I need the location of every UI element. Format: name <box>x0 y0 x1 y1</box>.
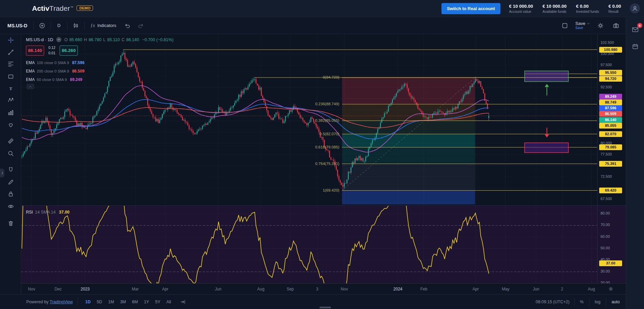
redo-button[interactable] <box>136 21 146 31</box>
log-scale-button[interactable]: log <box>594 298 601 306</box>
avatar[interactable] <box>630 3 640 13</box>
layout-square-icon <box>561 22 568 29</box>
gear-icon <box>597 22 604 29</box>
forecast-tool[interactable] <box>5 107 17 118</box>
range-button-3m[interactable]: 3M <box>117 298 128 306</box>
rsi-canvas[interactable] <box>21 206 597 284</box>
save-menu[interactable]: Save Save <box>575 21 590 30</box>
add-symbol-button[interactable] <box>37 21 47 31</box>
tradingview-link[interactable]: TradingView <box>50 300 73 304</box>
ohlc-value: 86.780 <box>89 37 101 42</box>
time-label: Jun <box>215 287 221 291</box>
zoom-tool[interactable] <box>5 148 17 159</box>
lock-tool[interactable] <box>5 188 17 200</box>
magnet-tool[interactable] <box>5 164 17 175</box>
text-icon: T <box>7 85 14 92</box>
trash-tool[interactable] <box>5 218 17 229</box>
time-label: Feb <box>420 287 427 291</box>
rsi-name: RSI <box>26 210 33 215</box>
percent-scale-button[interactable]: % <box>579 298 584 306</box>
undo-button[interactable] <box>122 21 132 31</box>
bottom-bar: Powered by TradingView 1D5D1M3M6M1Y5YAll… <box>0 294 626 309</box>
time-label: Nov <box>341 287 348 291</box>
indicator-value: 87.596 <box>72 60 85 65</box>
crosshair-tool[interactable] <box>5 34 17 46</box>
range-button-1d[interactable]: 1D <box>83 298 93 306</box>
price-axis[interactable]: 102.500100.00097.50092.50080.00077.50072… <box>597 34 626 283</box>
collapse-legend-button[interactable] <box>27 84 34 89</box>
range-button-5d[interactable]: 5D <box>94 298 105 306</box>
shapes-tool[interactable] <box>5 71 17 82</box>
fib-retracement-tool[interactable] <box>5 58 17 70</box>
symbol-button[interactable]: MS.US-D <box>5 21 30 30</box>
range-button-5y[interactable]: 5Y <box>152 298 163 306</box>
indicators-button[interactable]: ƒx Indicators <box>88 21 119 30</box>
price-tick: 77.500 <box>597 152 624 156</box>
text-tool[interactable]: T <box>5 83 17 94</box>
interval-button[interactable]: D <box>54 21 63 30</box>
header-right: Switch to Real account € 10 000.00Accoun… <box>441 3 644 14</box>
svg-text:0.382(85.055): 0.382(85.055) <box>315 118 339 122</box>
notifications-button[interactable]: 6 <box>630 24 641 35</box>
panel-expander[interactable] <box>0 169 4 177</box>
range-button-6m[interactable]: 6M <box>129 298 141 306</box>
screenshot-button[interactable] <box>611 21 621 31</box>
indicator-name: EMA <box>26 60 35 65</box>
legend-title[interactable]: MS.US-d · 1D <box>26 37 53 42</box>
separator <box>84 22 85 30</box>
price-badge: 69.420 <box>599 188 622 193</box>
price-badge: 87.596 <box>599 105 622 111</box>
clock[interactable]: 08:09:15 (UTC+2) <box>535 300 569 304</box>
rsi-tick: 30.00 <box>597 269 624 273</box>
switch-to-real-button[interactable]: Switch to Real account <box>441 3 500 14</box>
buy-button[interactable]: 86.260 <box>60 46 78 56</box>
draw-tool[interactable] <box>5 176 17 188</box>
go-to-date-button[interactable] <box>179 298 187 306</box>
indicator-value: 86.509 <box>72 69 85 74</box>
range-button-all[interactable]: All <box>164 298 174 306</box>
indicator-value: 89.249 <box>70 77 83 82</box>
range-button-1y[interactable]: 1Y <box>141 298 152 306</box>
settings-button[interactable] <box>595 21 606 31</box>
time-axis[interactable]: NovDec2023MarAprJunAugSep3Nov2024FebAprM… <box>21 283 626 294</box>
rsi-tick: 70.00 <box>597 223 624 227</box>
price-badge: 88.749 <box>599 100 622 105</box>
symbol-legend: MS.US-d · 1D − O85.660H86.780L85.110C86.… <box>26 37 174 42</box>
indicators-label: Indicators <box>97 23 116 28</box>
go-to-end-icon <box>180 299 186 305</box>
svg-text:0.5(82.070): 0.5(82.070) <box>319 132 339 136</box>
indicator-row[interactable]: EMA200 close 0 SMA 986.509 <box>26 67 85 75</box>
ohlc-key: H <box>84 37 87 42</box>
axis-settings-gear-icon[interactable] <box>608 286 613 291</box>
indicator-row[interactable]: EMA50 close 0 SMA 989.249 <box>26 75 85 84</box>
hide-series-icon[interactable]: − <box>56 37 61 42</box>
horizontal-scrollbar[interactable] <box>319 307 331 308</box>
layout-button[interactable] <box>560 21 570 31</box>
calendar-button[interactable] <box>630 41 641 52</box>
account-stat: € 0.00Invested funds <box>576 4 599 13</box>
auto-scale-button[interactable]: auto <box>611 298 620 306</box>
price-badge: 79.085 <box>599 144 622 150</box>
separator <box>67 22 67 30</box>
price-chart-canvas[interactable]: 0(94.720)0.236(88.749)0.382(85.055)0.5(8… <box>21 34 597 205</box>
indicator-row[interactable]: EMA100 close 0 SMA 987.596 <box>26 58 85 67</box>
sell-button[interactable]: 86.140 <box>26 46 44 56</box>
unread-badge: 6 <box>637 23 642 28</box>
save-link[interactable]: Save <box>575 26 583 30</box>
eye-tool[interactable] <box>5 201 17 212</box>
chart-type-button[interactable] <box>71 21 81 31</box>
stat-label: Account value <box>509 9 533 13</box>
zoom-icon <box>7 150 14 157</box>
trend-line-tool[interactable] <box>5 47 17 58</box>
powered-text: Powered by <box>26 300 49 304</box>
price-badge: 86.509 <box>599 111 622 117</box>
pattern-tool[interactable] <box>5 94 17 106</box>
fib-retracement-icon <box>7 61 14 67</box>
measure-tool[interactable] <box>5 135 17 147</box>
svg-text:1(69.420): 1(69.420) <box>323 188 339 192</box>
time-label: 2 <box>561 287 563 291</box>
demo-badge: DEMO <box>76 5 93 11</box>
emoji-tool[interactable] <box>5 119 17 131</box>
separator <box>589 298 589 306</box>
range-button-1m[interactable]: 1M <box>105 298 117 306</box>
